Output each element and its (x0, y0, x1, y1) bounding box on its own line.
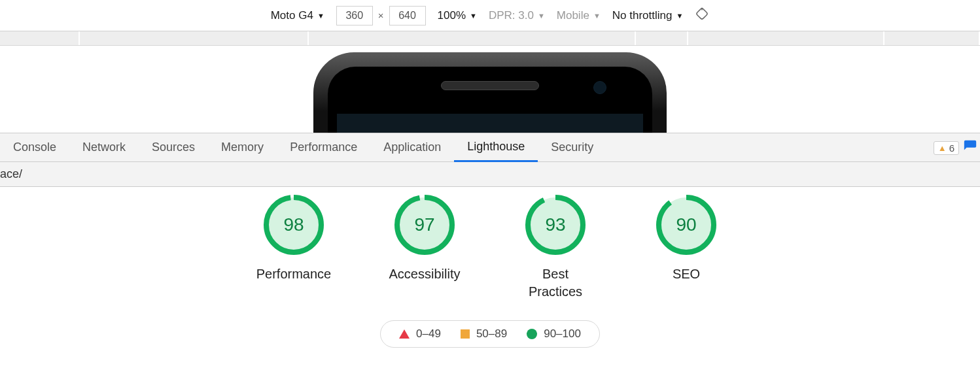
gauge-score: 93 (524, 193, 587, 256)
tab-sources[interactable]: Sources (139, 133, 208, 162)
tab-memory[interactable]: Memory (208, 133, 277, 162)
tab-security[interactable]: Security (538, 133, 606, 162)
url-text: ace/ (0, 167, 22, 181)
gauge-score: 98 (262, 193, 325, 256)
gauge-best-practices[interactable]: 93BestPractices (513, 193, 598, 301)
legend-fail: 0–49 (399, 327, 441, 341)
gauge-label: Performance (256, 265, 332, 283)
tab-network[interactable]: Network (69, 133, 139, 162)
dimensions-group: × (336, 6, 426, 25)
device-toolbar: Moto G4 ▼ × 100% ▼ DPR: 3.0 ▼ Mobile ▼ N… (0, 0, 980, 31)
dimension-separator: × (378, 10, 384, 21)
height-input[interactable] (389, 6, 426, 25)
throttling-label: No throttling (612, 9, 673, 22)
gauge-score: 97 (393, 193, 456, 256)
tab-performance[interactable]: Performance (277, 133, 370, 162)
rotate-icon[interactable] (695, 7, 709, 24)
warning-icon: ▲ (938, 143, 947, 153)
gauge-label: BestPractices (529, 265, 582, 301)
gauges-row: 98Performance97Accessibility93BestPracti… (251, 193, 729, 301)
lighthouse-report: 98Performance97Accessibility93BestPracti… (0, 187, 980, 348)
dpr-label: DPR: 3.0 (489, 9, 534, 22)
legend-fail-label: 0–49 (416, 327, 441, 341)
throttling-select[interactable]: No throttling ▼ (612, 9, 684, 22)
device-select-label: Moto G4 (271, 9, 313, 22)
device-select[interactable]: Moto G4 ▼ (271, 9, 324, 22)
device-preview (0, 46, 980, 133)
tab-lighthouse[interactable]: Lighthouse (454, 133, 538, 162)
phone-speaker-icon (441, 81, 539, 90)
phone-screen[interactable] (337, 114, 643, 133)
gauge-seo[interactable]: 90SEO (644, 193, 729, 301)
gauge-circle: 93 (524, 193, 587, 256)
gauge-circle: 90 (655, 193, 718, 256)
square-icon (461, 329, 470, 339)
gauge-performance[interactable]: 98Performance (251, 193, 336, 301)
tab-application[interactable]: Application (370, 133, 454, 162)
legend-average-label: 50–89 (476, 327, 507, 341)
gauge-circle: 98 (262, 193, 325, 256)
legend-pass-label: 90–100 (544, 327, 581, 341)
chevron-down-icon: ▼ (593, 12, 601, 20)
chevron-down-icon: ▼ (470, 12, 477, 20)
zoom-label: 100% (438, 9, 466, 22)
legend-average: 50–89 (461, 327, 507, 341)
gauge-label: SEO (673, 265, 700, 283)
warnings-badge[interactable]: ▲ 6 (934, 141, 959, 155)
width-input[interactable] (336, 6, 373, 25)
chevron-down-icon: ▼ (538, 12, 545, 20)
tab-console[interactable]: Console (0, 133, 69, 162)
circle-icon (527, 329, 537, 339)
warnings-count: 6 (949, 142, 954, 154)
triangle-icon (399, 329, 410, 339)
ruler-strip (0, 31, 980, 46)
score-legend: 0–49 50–89 90–100 (380, 320, 600, 348)
gauge-accessibility[interactable]: 97Accessibility (382, 193, 467, 301)
url-bar: ace/ (0, 162, 980, 187)
gauge-score: 90 (655, 193, 718, 256)
chevron-down-icon: ▼ (317, 12, 324, 20)
dpr-select[interactable]: DPR: 3.0 ▼ (489, 9, 545, 22)
chevron-down-icon: ▼ (676, 12, 683, 20)
feedback-icon[interactable] (963, 139, 977, 157)
device-type-select[interactable]: Mobile ▼ (557, 9, 601, 22)
devtools-tabs: ConsoleNetworkSourcesMemoryPerformanceAp… (0, 133, 980, 162)
device-type-label: Mobile (557, 9, 589, 22)
zoom-select[interactable]: 100% ▼ (438, 9, 477, 22)
gauge-label: Accessibility (389, 265, 461, 283)
phone-camera-icon (593, 81, 606, 94)
legend-pass: 90–100 (527, 327, 581, 341)
phone-frame (313, 52, 667, 133)
gauge-circle: 97 (393, 193, 456, 256)
